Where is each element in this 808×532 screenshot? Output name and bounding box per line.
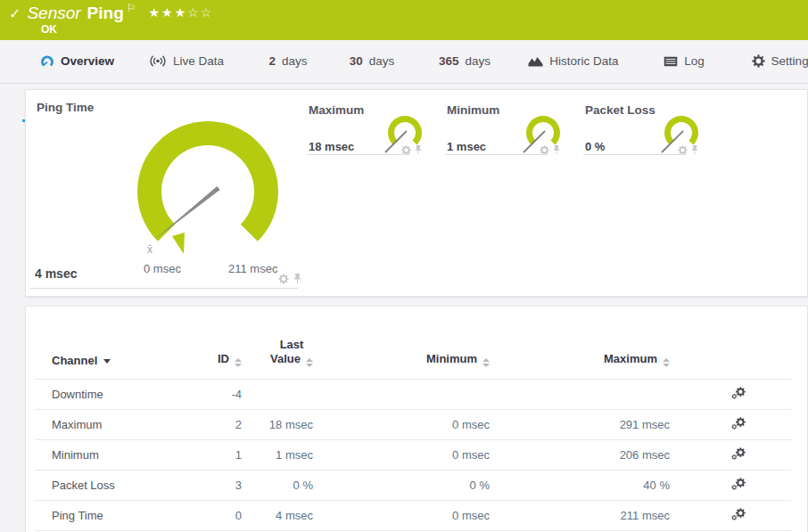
tab-2-days-number: 2 [268,54,276,68]
channel-settings-gears-icon[interactable] [731,478,746,494]
mini-gauge-maximum: Maximum 18 msec [307,99,427,170]
column-header-channel[interactable]: Channel [35,354,169,367]
channel-minimum: 0 msec [313,448,490,462]
gauge-settings-gear-icon[interactable] [540,145,549,155]
sensor-name: Ping [87,4,124,23]
channel-settings-gears-icon[interactable] [731,508,746,524]
gauge-settings-gear-icon[interactable] [401,145,411,155]
sort-icon [235,358,242,367]
channel-table-header: Channel ID Last Value Minimum Maximum [35,307,791,379]
average-marker: x̄ [147,243,153,256]
mini-gauge-value: 1 msec [447,140,486,153]
mini-gauge-title: Maximum [309,103,364,117]
channel-name: Packet Loss [35,479,169,492]
priority-stars[interactable]: ★★★☆☆ [149,5,214,20]
channel-minimum: 0 msec [313,418,490,431]
channel-name: Ping Time [35,509,169,522]
table-row-downtime: Downtime -4 [35,379,791,409]
tab-log[interactable]: Log [639,40,729,82]
mini-gauge-packet-loss: Packet Loss 0 % [583,99,704,170]
tab-365-days-number: 365 [439,54,459,68]
channel-name: Maximum [35,418,169,431]
sort-icon [482,358,490,367]
channel-maximum: 206 msec [490,448,670,462]
table-row-maximum: Maximum 2 18 msec 0 msec 291 msec [35,409,791,439]
gauge-pin-icon[interactable] [293,273,301,284]
gauge-scale-min: 0 msec [144,262,181,275]
gauge-settings-gear-icon[interactable] [278,274,289,284]
tab-settings[interactable]: Settings [734,40,808,82]
status-badge: OK [41,23,57,36]
tab-2-days-label: days [282,54,308,68]
channel-last-value: 4 msec [242,509,313,522]
channel-last-value: 0 % [242,479,313,492]
channel-maximum: 40 % [490,479,670,492]
tab-live-data-label: Live Data [173,54,224,68]
channel-settings-gears-icon[interactable] [731,447,746,463]
sort-icon [306,358,313,367]
channel-maximum: 211 msec [490,509,670,522]
gauge-scale-max: 211 msec [228,262,277,275]
channel-name: Minimum [35,448,169,462]
mini-gauge-title: Minimum [447,103,499,117]
tab-live-data[interactable]: Live Data [133,40,240,82]
tab-30-days[interactable]: 30 days [327,40,416,82]
broadcast-icon [149,54,167,68]
tab-settings-label: Settings [771,54,808,68]
tab-overview[interactable]: Overview [22,40,132,82]
column-header-last-value[interactable]: Last Value [242,338,313,367]
tab-bar: Overview Live Data 2 days 30 days 365 da… [0,40,808,84]
tab-historic-data-label: Historic Data [549,54,618,68]
main-gauge-title: Ping Time [37,101,94,114]
mini-gauge-underline [583,154,686,155]
gauges-panel: Ping Time x̄ 0 msec 211 msec 4 msec Maxi… [25,89,808,297]
mini-gauge-value: 0 % [585,140,605,153]
column-header-id[interactable]: ID [169,352,242,367]
gear-icon [752,54,765,68]
mini-gauge-underline [307,154,409,155]
mini-gauge-value: 18 msec [309,140,354,153]
gauge-settings-gear-icon[interactable] [678,145,688,155]
area-chart-icon [528,55,543,67]
status-ok-check-icon: ✓ [9,5,21,22]
tab-historic-data[interactable]: Historic Data [520,40,627,82]
table-row-packet-loss: Packet Loss 3 0 % 0 % 40 % [35,470,791,500]
sort-icon [663,358,670,367]
table-row-ping-time: Ping Time 0 4 msec 0 msec 211 msec [35,500,791,531]
tab-30-days-number: 30 [350,54,363,68]
gauge-pin-icon[interactable] [553,144,560,155]
tab-2-days[interactable]: 2 days [243,40,333,82]
tab-30-days-label: days [369,54,395,68]
tab-log-label: Log [684,54,705,68]
flag-icon[interactable]: ⚐ [127,2,136,14]
mini-gauge-minimum: Minimum 1 msec [445,99,565,170]
column-header-minimum[interactable]: Minimum [313,352,490,367]
tab-365-days-label: days [466,54,491,68]
gauge-icon [40,54,54,69]
channel-table-panel: Channel ID Last Value Minimum Maximum Do… [25,306,808,532]
sort-caret-down-icon [103,359,111,364]
channel-settings-gears-icon[interactable] [731,417,746,433]
channel-settings-gears-icon[interactable] [731,387,746,403]
channel-id: 0 [169,509,242,522]
channel-id: 3 [169,479,242,492]
ping-time-gauge [128,115,288,258]
channel-table: Channel ID Last Value Minimum Maximum Do… [35,307,791,531]
channel-minimum: 0 msec [313,509,490,522]
tab-365-days[interactable]: 365 days [420,40,509,82]
table-row-minimum: Minimum 1 1 msec 0 msec 206 msec [35,439,791,470]
mini-gauge-title: Packet Loss [585,103,655,117]
channel-minimum: 0 % [313,479,490,492]
column-header-maximum[interactable]: Maximum [490,352,670,367]
channel-id: 2 [169,418,242,431]
sensor-header: ✓ Sensor Ping ⚐ ★★★☆☆ OK [0,0,808,40]
sensor-type-label: Sensor [27,4,80,23]
gauge-pin-icon[interactable] [691,144,698,155]
main-gauge-underline [30,288,298,289]
ping-time-value: 4 msec [35,266,77,281]
log-list-icon [664,56,678,67]
channel-last-value: 1 msec [242,448,313,462]
gauge-pin-icon[interactable] [415,144,422,155]
channel-maximum: 291 msec [490,418,670,431]
channel-id: -4 [169,388,242,401]
